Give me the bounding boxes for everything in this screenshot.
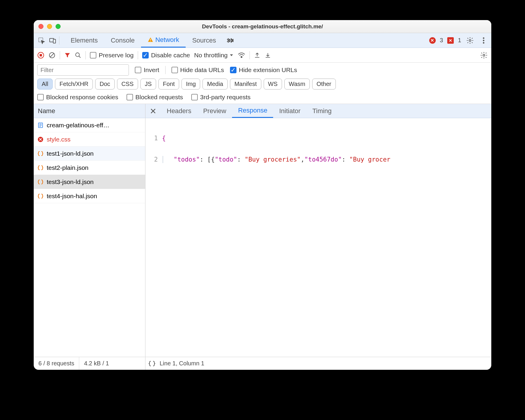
type-pill-img[interactable]: Img	[182, 79, 200, 89]
divider	[85, 51, 86, 59]
detail-tab-response[interactable]: Response	[232, 104, 273, 118]
disable-cache-checkbox[interactable]: ✓ Disable cache	[142, 52, 190, 59]
document-icon	[37, 122, 44, 128]
type-filter-row: All Fetch/XHR Doc CSS JS Font Img Media …	[34, 77, 491, 92]
request-row[interactable]: test1-json-ld.json	[34, 146, 145, 161]
error-count[interactable]: 3	[440, 37, 443, 44]
panel-tabs: Elements Console Network Sources	[64, 33, 238, 48]
detail-tab-timing[interactable]: Timing	[307, 104, 338, 118]
tabstrip-right: ✕ 3 ✕ 1	[429, 36, 488, 45]
checkbox-icon	[90, 52, 96, 58]
svg-point-6	[483, 37, 485, 39]
wifi-icon[interactable]	[238, 52, 245, 58]
device-toggle-icon[interactable]	[48, 36, 57, 45]
detail-tab-initiator[interactable]: Initiator	[273, 104, 306, 118]
type-pill-js[interactable]: JS	[140, 79, 156, 89]
request-row[interactable]: style.css	[34, 132, 145, 146]
request-row[interactable]: test4-json-hal.json	[34, 189, 145, 203]
zoom-window-icon[interactable]	[56, 24, 61, 29]
cursor-position: Line 1, Column 1	[160, 360, 204, 367]
filter-icon[interactable]	[64, 52, 71, 58]
gear-icon[interactable]	[465, 36, 475, 45]
preserve-log-label: Preserve log	[99, 52, 134, 59]
svg-point-15	[241, 56, 242, 58]
error-badge-icon[interactable]: ✕	[429, 37, 436, 44]
type-pill-media[interactable]: Media	[202, 79, 227, 89]
request-name: style.css	[47, 136, 71, 143]
checkbox-icon	[127, 94, 133, 100]
request-list-header[interactable]: Name	[34, 104, 145, 118]
issue-count[interactable]: 1	[458, 37, 461, 44]
request-list: Name cream-gelatinous-eff… style.css	[34, 104, 145, 357]
window-title: DevTools - cream-gelatinous-effect.glitc…	[34, 23, 491, 30]
type-pill-css[interactable]: CSS	[117, 79, 138, 89]
download-icon[interactable]	[265, 52, 271, 58]
divider	[59, 36, 59, 45]
invert-checkbox[interactable]: Invert	[135, 66, 159, 74]
tab-sources[interactable]: Sources	[186, 33, 223, 48]
type-pill-ws[interactable]: WS	[264, 79, 282, 89]
third-party-checkbox[interactable]: 3rd-party requests	[191, 94, 250, 101]
detail-tab-preview[interactable]: Preview	[197, 104, 232, 118]
request-row-selected[interactable]: test3-json-ld.json	[34, 175, 145, 189]
json-icon	[37, 179, 44, 185]
minimize-window-icon[interactable]	[47, 24, 52, 29]
json-icon	[37, 150, 44, 157]
throttling-value: No throttling	[194, 52, 228, 59]
tab-console[interactable]: Console	[104, 33, 141, 48]
close-window-icon[interactable]	[38, 24, 43, 29]
response-body[interactable]: 1 { 2 "todos": [{"todo": "Buy groceries"…	[145, 118, 491, 357]
preserve-log-checkbox[interactable]: Preserve log	[90, 52, 134, 59]
filter-row: Invert Hide data URLs ✓ Hide extension U…	[34, 63, 491, 77]
type-pill-all[interactable]: All	[37, 79, 53, 89]
detail-tab-headers[interactable]: Headers	[161, 104, 197, 118]
detail-tabs: Headers Preview Response Initiator Timin…	[145, 104, 491, 118]
blocked-requests-label: Blocked requests	[135, 94, 183, 101]
close-icon[interactable]	[148, 106, 158, 116]
braces-icon[interactable]	[148, 361, 155, 367]
issue-badge-icon[interactable]: ✕	[447, 37, 454, 44]
blocked-requests-checkbox[interactable]: Blocked requests	[127, 94, 183, 101]
status-right: Line 1, Column 1	[145, 360, 491, 367]
clear-icon[interactable]	[48, 52, 56, 59]
divider	[165, 66, 166, 74]
type-pill-manifest[interactable]: Manifest	[230, 79, 261, 89]
tab-network[interactable]: Network	[141, 33, 186, 48]
request-list-body: cream-gelatinous-eff… style.css test1-js…	[34, 118, 145, 357]
settings-icon[interactable]	[480, 51, 488, 59]
error-icon	[37, 136, 44, 143]
disable-cache-label: Disable cache	[151, 52, 190, 59]
json-icon	[37, 165, 44, 171]
blocked-cookies-checkbox[interactable]: Blocked response cookies	[37, 94, 118, 101]
filter-input[interactable]	[37, 64, 129, 76]
svg-line-14	[79, 56, 81, 58]
status-requests: 6 / 8 requests	[34, 357, 79, 370]
hide-data-label: Hide data URLs	[180, 66, 224, 74]
divider	[60, 51, 60, 59]
type-pill-other[interactable]: Other	[312, 79, 336, 89]
tab-network-label: Network	[155, 36, 179, 44]
checkbox-checked-icon: ✓	[142, 52, 149, 58]
svg-point-5	[469, 39, 471, 41]
search-icon[interactable]	[75, 52, 81, 58]
upload-icon[interactable]	[254, 52, 260, 58]
request-row[interactable]: test2-plain.json	[34, 161, 145, 175]
kebab-icon[interactable]	[479, 36, 488, 45]
type-pill-doc[interactable]: Doc	[95, 79, 115, 89]
more-tabs-icon[interactable]	[223, 33, 238, 48]
hide-data-urls-checkbox[interactable]: Hide data URLs	[171, 66, 224, 74]
record-icon[interactable]	[37, 52, 44, 59]
type-pill-wasm[interactable]: Wasm	[284, 79, 310, 89]
type-pill-font[interactable]: Font	[158, 79, 179, 89]
warning-icon	[148, 37, 153, 43]
request-name: test4-json-hal.json	[47, 193, 97, 200]
status-size: 4.2 kB / 1	[79, 357, 114, 370]
throttling-select[interactable]: No throttling	[194, 52, 234, 59]
request-row[interactable]: cream-gelatinous-eff…	[34, 118, 145, 132]
type-pill-fetch[interactable]: Fetch/XHR	[55, 79, 93, 89]
blocked-row: Blocked response cookies Blocked request…	[34, 92, 491, 104]
code-text: "todos": [{"todo": "Buy groceries","to45…	[163, 156, 491, 163]
inspect-icon[interactable]	[37, 36, 46, 45]
hide-extension-urls-checkbox[interactable]: ✓ Hide extension URLs	[230, 66, 297, 74]
tab-elements[interactable]: Elements	[64, 33, 104, 48]
